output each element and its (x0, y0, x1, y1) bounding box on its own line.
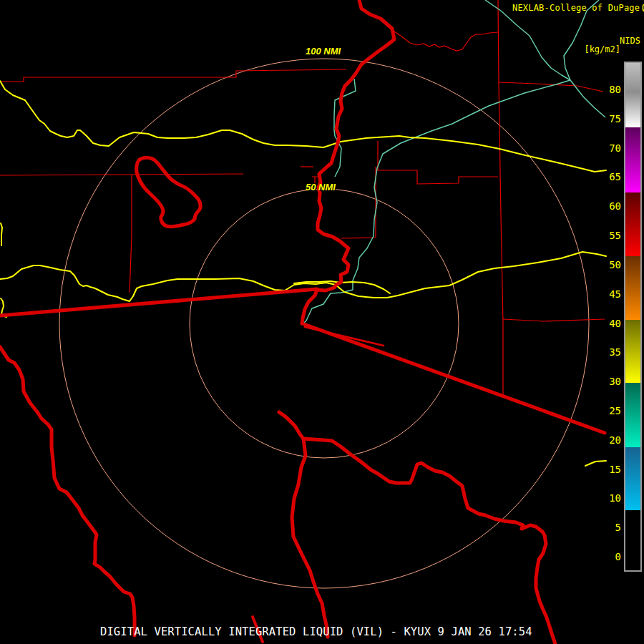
colorbar-tick-labels: 80757065605550454035302520151050 (592, 0, 621, 644)
border-river-south-branch-a (292, 439, 328, 637)
colorbar-tick-label: 75 (592, 112, 621, 125)
border-mexico-southeast (302, 323, 605, 433)
county-line (0, 69, 346, 82)
colorbar-tick-label: 10 (592, 492, 621, 504)
colorbar-tick-label: 55 (592, 229, 621, 242)
colorbar-tick-label: 80 (592, 83, 621, 96)
salton-sea-outline (137, 157, 200, 226)
road-fragment (1, 223, 2, 245)
county-line (498, 0, 503, 394)
rivers (303, 0, 605, 323)
colorbar-tick-label: 45 (592, 288, 621, 301)
colorbar-segment (625, 256, 640, 320)
county-line (503, 319, 605, 321)
roads (0, 81, 606, 466)
product-caption: DIGITAL VERTICALLY INTEGRATED LIQUID (VI… (100, 625, 532, 638)
county-lines (0, 0, 605, 394)
county-line (499, 82, 603, 92)
range-ring-100nmi (59, 59, 589, 588)
county-line (341, 167, 376, 238)
colorbar-segment (625, 127, 640, 192)
radar-map (0, 0, 644, 644)
colorbar-tick-label: 30 (592, 375, 621, 388)
range-ring-label-50nmi: 50 NMI (306, 182, 336, 192)
county-line (130, 175, 132, 293)
colorbar (624, 62, 642, 572)
colorbar-tick-label: 0 (592, 550, 621, 563)
app-title: NEXLAB-College of DuPage (512, 3, 644, 13)
colorbar-tick-label: 40 (592, 317, 621, 330)
border-mexico-parallel (305, 327, 384, 346)
county-line (392, 30, 498, 51)
colorbar-tick-label: 35 (592, 346, 621, 358)
colorbar-segment (625, 510, 640, 570)
range-rings (59, 59, 589, 588)
colorbar-segment (625, 192, 640, 255)
border-river-south (279, 412, 303, 439)
colorbar-tick-label: 50 (592, 258, 621, 271)
colorbar-tick-label: 60 (592, 200, 621, 213)
colorbar-segment (625, 63, 640, 127)
county-line (0, 174, 243, 175)
range-ring-50nmi (190, 189, 459, 458)
colorbar-tick-label: 15 (592, 463, 621, 476)
border-river-south-branch-b (303, 439, 555, 644)
colorbar-tick-label: 65 (592, 170, 621, 183)
road-north-highway (0, 81, 606, 172)
border-baja-west (0, 347, 135, 635)
colorbar-tick-label: 25 (592, 404, 621, 417)
border-mexico-west (0, 289, 317, 316)
colorbar-tick-label: 70 (592, 142, 621, 155)
colorbar-segment (625, 447, 640, 510)
road-interstate-8 (0, 252, 606, 301)
county-line (378, 141, 498, 184)
radar-display: NEXLAB-College of DuPage NIDS [kg/m2] 10… (0, 0, 644, 644)
colorbar-title: NIDS (620, 36, 640, 46)
colorbar-segment (625, 320, 640, 383)
range-ring-label-100nmi: 100 NMI (306, 46, 341, 57)
colorbar-segment (625, 383, 640, 447)
colorbar-tick-label: 5 (592, 521, 621, 534)
colorbar-tick-label: 20 (592, 434, 621, 447)
